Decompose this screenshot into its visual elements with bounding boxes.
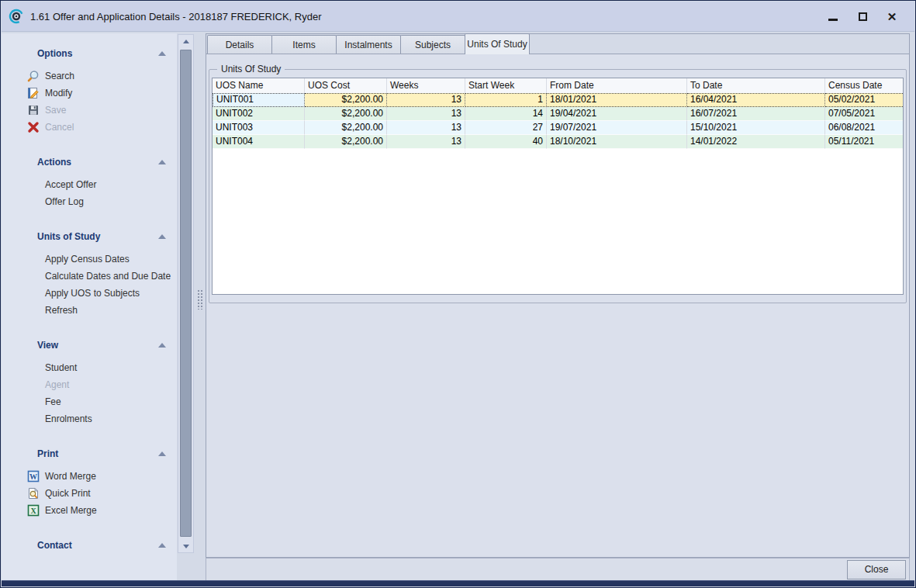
window-controls: ✕ (821, 2, 904, 32)
word-merge-icon: W (27, 470, 40, 483)
sidebar-item-student[interactable]: Student (2, 359, 177, 376)
column-header-to-date[interactable]: To Date (687, 78, 825, 93)
cell-to-date[interactable]: 15/10/2021 (687, 121, 825, 135)
maximize-icon (859, 12, 867, 21)
cell-uos-name[interactable]: UNIT002 (213, 107, 305, 121)
section-header-print[interactable]: Print (37, 448, 166, 460)
splitter-grip-icon (197, 289, 203, 310)
cell-census-date[interactable]: 06/08/2021 (825, 121, 903, 135)
cell-from-date[interactable]: 19/04/2021 (547, 107, 687, 121)
column-header-census-date[interactable]: Census Date (825, 78, 903, 93)
tab-label: Subjects (415, 40, 451, 50)
tab-subjects[interactable]: Subjects (400, 35, 465, 54)
sidebar-item-excel-merge[interactable]: X Excel Merge (2, 502, 177, 519)
sidebar-item-apply-census-dates[interactable]: Apply Census Dates (2, 251, 177, 268)
cell-uos-name[interactable]: UNIT001 (213, 93, 305, 107)
window-title: 1.61 Offer and Application Details - 201… (30, 11, 322, 22)
panel-splitter[interactable] (195, 33, 206, 582)
cell-weeks[interactable]: 13 (387, 135, 465, 149)
tab-items[interactable]: Items (271, 35, 337, 54)
cell-uos-cost[interactable]: $2,200.00 (305, 107, 387, 121)
cell-weeks[interactable]: 13 (387, 93, 465, 107)
cell-start-week[interactable]: 14 (465, 107, 547, 121)
close-window-button[interactable]: ✕ (880, 7, 904, 27)
table-row[interactable]: UNIT002 $2,200.00 13 14 19/04/2021 16/07… (213, 107, 903, 121)
tab-units-of-study[interactable]: Units Of Study (465, 33, 530, 54)
column-header-weeks[interactable]: Weeks (387, 78, 465, 93)
collapse-arrow-icon (158, 451, 166, 456)
table-row[interactable]: UNIT003 $2,200.00 13 27 19/07/2021 15/10… (213, 121, 903, 135)
sidebar-item-label: Refresh (45, 305, 78, 316)
cell-census-date[interactable]: 05/02/2021 (825, 93, 903, 107)
footer-bar: Close (206, 558, 910, 581)
sidebar-item-quick-print[interactable]: Quick Print (2, 485, 177, 502)
cancel-icon (27, 121, 40, 133)
modify-icon (27, 87, 40, 99)
section-title: Contact (37, 540, 72, 551)
sidebar-item-offer-log[interactable]: Offer Log (2, 193, 177, 210)
section-header-contact[interactable]: Contact (37, 539, 166, 552)
cell-uos-cost[interactable]: $2,200.00 (305, 121, 387, 135)
cell-start-week[interactable]: 1 (465, 93, 547, 107)
sidebar-item-calculate-dates[interactable]: Calculate Dates and Due Date (2, 268, 177, 285)
table-row[interactable]: UNIT004 $2,200.00 13 40 18/10/2021 14/01… (213, 135, 903, 149)
cell-start-week[interactable]: 40 (465, 135, 547, 149)
section-title: Print (37, 448, 58, 459)
sidebar-section-view: View Student Agent Fee Enrolments (2, 339, 177, 427)
sidebar-item-apply-uos-to-subjects[interactable]: Apply UOS to Subjects (2, 285, 177, 302)
sidebar-item-label: Excel Merge (45, 505, 97, 516)
section-header-options[interactable]: Options (37, 47, 166, 60)
close-button[interactable]: Close (847, 560, 906, 579)
tab-page-units-of-study: Units Of Study UOS Name UOS Cost Weeks S… (206, 54, 909, 557)
column-header-from-date[interactable]: From Date (547, 78, 687, 93)
maximize-button[interactable] (851, 7, 874, 27)
sidebar-item-label: Save (45, 105, 66, 116)
sidebar-item-search[interactable]: Search (2, 67, 177, 85)
column-header-start-week[interactable]: Start Week (465, 78, 547, 93)
column-header-uos-cost[interactable]: UOS Cost (305, 78, 387, 93)
close-icon: ✕ (887, 11, 897, 22)
section-header-actions[interactable]: Actions (37, 156, 166, 168)
sidebar-item-cancel: Cancel (2, 119, 177, 136)
cell-from-date[interactable]: 18/01/2021 (547, 93, 687, 107)
cell-to-date[interactable]: 16/04/2021 (687, 93, 825, 107)
sidebar-item-refresh[interactable]: Refresh (2, 302, 177, 319)
collapse-arrow-icon (158, 343, 166, 348)
cell-to-date[interactable]: 16/07/2021 (687, 107, 825, 121)
table-row[interactable]: UNIT001 $2,200.00 13 1 18/01/2021 16/04/… (213, 93, 903, 107)
column-header-uos-name[interactable]: UOS Name (213, 78, 305, 93)
units-of-study-table: UOS Name UOS Cost Weeks Start Week From … (212, 78, 904, 295)
sidebar-section-units-of-study: Units of Study Apply Census Dates Calcul… (2, 230, 177, 319)
cell-to-date[interactable]: 14/01/2022 (687, 135, 825, 149)
sidebar-item-modify[interactable]: Modify (2, 85, 177, 102)
tab-details[interactable]: Details (207, 35, 272, 54)
minimize-icon (828, 19, 838, 21)
sidebar-item-label: Fee (45, 396, 61, 407)
sidebar-item-accept-offer[interactable]: Accept Offer (2, 176, 177, 193)
cell-start-week[interactable]: 27 (465, 121, 547, 135)
tab-instalments[interactable]: Instalments (336, 35, 401, 54)
section-header-view[interactable]: View (37, 339, 166, 351)
cell-weeks[interactable]: 13 (387, 121, 465, 135)
cell-census-date[interactable]: 07/05/2021 (825, 107, 903, 121)
cell-from-date[interactable]: 19/07/2021 (547, 121, 687, 135)
cell-uos-name[interactable]: UNIT004 (213, 135, 305, 149)
cell-uos-cost[interactable]: $2,200.00 (305, 93, 387, 107)
sidebar-scrollbar[interactable] (178, 34, 194, 553)
scrollbar-down-button[interactable] (178, 540, 193, 552)
minimize-button[interactable] (821, 7, 845, 27)
collapse-arrow-icon (158, 51, 166, 56)
cell-uos-name[interactable]: UNIT003 (213, 121, 305, 135)
scrollbar-up-button[interactable] (178, 35, 193, 47)
sidebar-item-enrolments[interactable]: Enrolments (2, 410, 177, 427)
scrollbar-thumb[interactable] (180, 50, 192, 537)
cell-census-date[interactable]: 05/11/2021 (825, 135, 903, 149)
sidebar-item-word-merge[interactable]: W Word Merge (2, 468, 177, 485)
sidebar-section-print: Print W Word Merge Quick Print (2, 448, 177, 519)
units-of-study-groupbox: Units Of Study UOS Name UOS Cost Weeks S… (209, 69, 907, 303)
section-header-units-of-study[interactable]: Units of Study (37, 230, 166, 243)
cell-from-date[interactable]: 18/10/2021 (547, 135, 687, 149)
sidebar-item-fee[interactable]: Fee (2, 393, 177, 410)
cell-uos-cost[interactable]: $2,200.00 (305, 135, 387, 149)
cell-weeks[interactable]: 13 (387, 107, 465, 121)
